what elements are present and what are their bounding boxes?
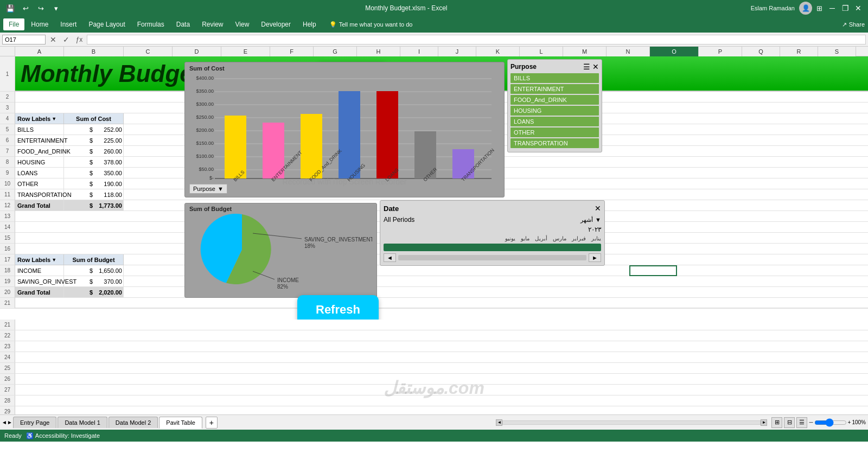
col-hdr-Q[interactable]: Q xyxy=(742,47,780,56)
col-hdr-A[interactable]: A xyxy=(15,47,64,56)
cell-A12[interactable]: Grand Total xyxy=(15,200,64,211)
col-hdr-S[interactable]: S xyxy=(818,47,856,56)
cell-A18[interactable]: INCOME xyxy=(15,265,64,276)
cell-B17[interactable]: Sum of Budget xyxy=(64,254,124,265)
filter-icon-1[interactable]: ▼ xyxy=(52,116,56,122)
cell-A6[interactable]: ENTERTAINMENT xyxy=(15,135,64,146)
purpose-close-icon[interactable]: ✕ xyxy=(592,62,599,71)
save-icon[interactable]: 💾 xyxy=(4,2,16,14)
insert-function-button[interactable]: ƒx xyxy=(74,34,85,45)
tab-help[interactable]: Help xyxy=(297,18,322,30)
tab-developer[interactable]: Developer xyxy=(256,18,296,30)
name-box[interactable] xyxy=(2,35,46,44)
cell-B20[interactable]: 2,020.00 xyxy=(94,287,124,298)
cell-B18[interactable]: 1,650.00 xyxy=(94,265,124,276)
zoom-slider[interactable] xyxy=(814,418,847,427)
cell-A9[interactable]: LOANS xyxy=(15,168,64,178)
cell-A17[interactable]: Row Labels ▼ xyxy=(15,254,64,265)
close-button[interactable]: ✕ xyxy=(853,3,864,14)
cell-B19[interactable]: 370.00 xyxy=(94,276,124,287)
sheet-tab-data2[interactable]: Data Model 2 xyxy=(108,417,158,428)
scroll-tabs-right[interactable]: ► xyxy=(8,418,12,427)
col-hdr-D[interactable]: D xyxy=(173,47,221,56)
tab-view[interactable]: View xyxy=(230,18,255,30)
col-hdr-B[interactable]: B xyxy=(64,47,124,56)
cell-A7[interactable]: FOOD_And_DRINK xyxy=(15,146,64,157)
cell-B5[interactable]: 252.00 xyxy=(94,124,124,135)
date-nav-left[interactable]: ◄ xyxy=(384,253,396,262)
tab-home[interactable]: Home xyxy=(25,18,54,30)
col-hdr-E[interactable]: E xyxy=(221,47,270,56)
col-hdr-P[interactable]: P xyxy=(699,47,742,56)
purpose-item-bills[interactable]: BILLS xyxy=(510,73,599,83)
sheet-tab-pavit[interactable]: Pavit Table xyxy=(159,417,202,429)
tab-page-layout[interactable]: Page Layout xyxy=(83,18,130,30)
purpose-dropdown-icon[interactable]: ▼ xyxy=(218,186,224,192)
cell-B6[interactable]: 225.00 xyxy=(94,135,124,146)
cell-B9[interactable]: 350.00 xyxy=(94,168,124,178)
col-hdr-J[interactable]: J xyxy=(438,47,476,56)
purpose-item-other[interactable]: OTHER xyxy=(510,127,599,137)
col-hdr-N[interactable]: N xyxy=(607,47,650,56)
h-scroll-track[interactable] xyxy=(502,420,761,425)
sheet-tab-entry[interactable]: Entry Page xyxy=(13,417,56,428)
purpose-filter-icon[interactable]: ☰ xyxy=(583,62,590,71)
col-hdr-O[interactable]: O xyxy=(650,47,699,56)
purpose-item-entertainment[interactable]: ENTERTAINMENT xyxy=(510,84,599,94)
cell-B5a[interactable]: $ xyxy=(64,124,94,135)
purpose-item-food[interactable]: FOOD_And_DRINK xyxy=(510,95,599,105)
cell-B8[interactable]: 378.00 xyxy=(94,157,124,168)
date-nav-right[interactable]: ► xyxy=(589,253,601,262)
cell-A19[interactable]: SAVING_OR_INVEST xyxy=(15,276,64,287)
cell-A10[interactable]: OTHER xyxy=(15,178,64,189)
cell-B10[interactable]: 190.00 xyxy=(94,178,124,189)
confirm-formula-button[interactable]: ✓ xyxy=(61,34,72,45)
h-scrollbar[interactable]: ◄ ► xyxy=(496,419,767,426)
date-scrollbar[interactable] xyxy=(398,255,586,260)
cell-B12[interactable]: 1,773.00 xyxy=(94,200,124,211)
filter-icon-2[interactable]: ▼ xyxy=(52,257,56,263)
restore-button[interactable]: ❐ xyxy=(840,3,851,14)
date-timeline-bar[interactable] xyxy=(384,244,601,251)
sheet-tab-data1[interactable]: Data Model 1 xyxy=(58,417,107,428)
col-hdr-M[interactable]: M xyxy=(563,47,607,56)
tab-data[interactable]: Data xyxy=(171,18,195,30)
tab-review[interactable]: Review xyxy=(196,18,228,30)
purpose-item-transportation[interactable]: TRANSPORTATION xyxy=(510,138,599,148)
undo-icon[interactable]: ↩ xyxy=(20,2,31,14)
col-hdr-G[interactable]: G xyxy=(314,47,357,56)
scroll-tabs-left[interactable]: ◄ xyxy=(2,418,7,427)
redo-icon[interactable]: ↪ xyxy=(35,2,47,14)
tab-formulas[interactable]: Formulas xyxy=(132,18,170,30)
page-break-view-icon[interactable]: ☰ xyxy=(796,417,807,428)
cell-B11[interactable]: 118.00 xyxy=(94,189,124,200)
purpose-item-loans[interactable]: LOANS xyxy=(510,117,599,126)
cancel-formula-button[interactable]: ✕ xyxy=(48,34,59,45)
cell-A5[interactable]: BILLS xyxy=(15,124,64,135)
add-sheet-button[interactable]: + xyxy=(206,417,218,429)
user-options-icon[interactable]: ⊞ xyxy=(816,4,822,12)
cell-B7[interactable]: 260.00 xyxy=(94,146,124,157)
cell-A20[interactable]: Grand Total xyxy=(15,287,64,298)
cell-B4[interactable]: Sum of Cost xyxy=(64,113,124,124)
col-hdr-L[interactable]: L xyxy=(520,47,563,56)
tab-insert[interactable]: Insert xyxy=(55,18,82,30)
tab-file[interactable]: File xyxy=(3,18,24,30)
months-dropdown-icon[interactable]: ▼ xyxy=(595,216,601,223)
h-scroll-left[interactable]: ◄ xyxy=(496,419,502,426)
purpose-filter-button[interactable]: Purpose ▼ xyxy=(189,184,227,194)
page-layout-view-icon[interactable]: ⊟ xyxy=(784,417,795,428)
cell-A4[interactable]: Row Labels ▼ xyxy=(15,113,64,124)
normal-view-icon[interactable]: ⊞ xyxy=(771,417,782,428)
col-hdr-R[interactable]: R xyxy=(780,47,818,56)
col-hdr-H[interactable]: H xyxy=(357,47,400,56)
purpose-item-housing[interactable]: HOUSING xyxy=(510,106,599,116)
cell-A8[interactable]: HOUSING xyxy=(15,157,64,168)
search-label[interactable]: Tell me what you want to do xyxy=(339,21,413,28)
col-hdr-I[interactable]: I xyxy=(400,47,438,56)
date-close-icon[interactable]: ✕ xyxy=(595,204,601,213)
formula-input[interactable] xyxy=(87,35,866,44)
cell-A11[interactable]: TRANSPORTATION xyxy=(15,189,64,200)
minimize-button[interactable]: ─ xyxy=(827,3,838,14)
share-button[interactable]: ↗ Share xyxy=(842,21,865,28)
